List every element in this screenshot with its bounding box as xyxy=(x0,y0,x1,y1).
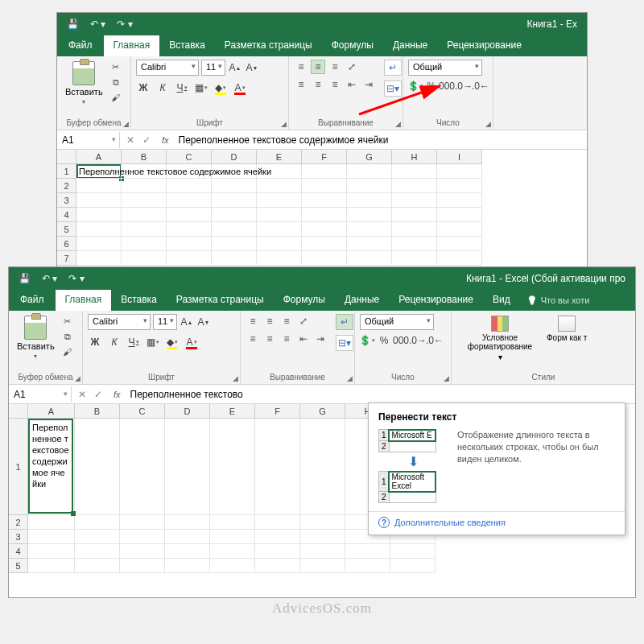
number-format-combo[interactable]: Общий xyxy=(360,314,434,330)
row-header[interactable]: 5 xyxy=(57,222,76,237)
row-header[interactable]: 5 xyxy=(9,559,28,573)
row-header[interactable]: 2 xyxy=(57,179,76,193)
cell[interactable] xyxy=(437,251,482,266)
font-color-icon[interactable]: A xyxy=(184,335,199,349)
cell[interactable] xyxy=(302,222,347,237)
cell[interactable] xyxy=(300,544,345,559)
cell[interactable] xyxy=(122,193,167,208)
copy-icon[interactable]: ⧉ xyxy=(61,331,74,342)
cell[interactable] xyxy=(347,164,392,179)
cell[interactable] xyxy=(76,237,122,251)
cell[interactable] xyxy=(347,251,392,266)
cell[interactable] xyxy=(257,251,302,266)
col-header[interactable]: F xyxy=(302,150,347,164)
cell[interactable] xyxy=(257,193,302,208)
grow-font-icon[interactable]: A▲ xyxy=(228,60,242,75)
spreadsheet-grid[interactable]: A B C D E F G H I Переполненное текстово… xyxy=(57,150,587,270)
dialog-launcher-icon[interactable]: ◢ xyxy=(75,374,80,382)
conditional-formatting-button[interactable]: Условное форматирование▾ xyxy=(461,316,539,361)
cell[interactable] xyxy=(210,544,255,559)
cell[interactable] xyxy=(210,559,255,573)
align-center-icon[interactable]: ≡ xyxy=(262,332,277,346)
underline-button[interactable]: Ч xyxy=(126,335,141,349)
save-icon[interactable]: 💾 xyxy=(67,19,79,30)
select-all-corner[interactable] xyxy=(57,150,76,164)
cell[interactable] xyxy=(392,164,437,179)
col-header[interactable]: E xyxy=(257,150,302,164)
italic-button[interactable]: К xyxy=(155,80,170,95)
col-header[interactable]: B xyxy=(75,404,120,419)
cell[interactable] xyxy=(212,222,257,237)
cell[interactable] xyxy=(392,208,437,222)
cell[interactable] xyxy=(300,559,345,573)
align-left-icon[interactable]: ≡ xyxy=(294,77,308,92)
align-center-icon[interactable]: ≡ xyxy=(311,77,325,92)
dialog-launcher-icon[interactable]: ◢ xyxy=(444,374,449,382)
orientation-icon[interactable]: ⤢ xyxy=(345,60,359,74)
bold-button[interactable]: Ж xyxy=(88,335,102,349)
italic-button[interactable]: К xyxy=(107,335,122,349)
row-header[interactable]: 2 xyxy=(9,515,28,530)
cell[interactable] xyxy=(392,179,437,193)
row-header[interactable]: 1 xyxy=(57,164,76,179)
cell[interactable] xyxy=(437,164,482,179)
wrap-text-button[interactable]: ↵ xyxy=(384,60,402,76)
indent-inc-icon[interactable]: ⇥ xyxy=(313,332,328,346)
tab-insert[interactable]: Вставка xyxy=(159,35,215,56)
cell[interactable] xyxy=(75,515,120,530)
cell[interactable] xyxy=(302,193,347,208)
cell[interactable] xyxy=(437,237,482,251)
cell[interactable] xyxy=(28,530,75,544)
cell[interactable] xyxy=(255,515,300,530)
col-header[interactable]: A xyxy=(76,150,122,164)
cell[interactable] xyxy=(210,419,255,515)
fill-color-icon[interactable]: ◆ xyxy=(213,80,228,95)
cell[interactable] xyxy=(120,515,165,530)
cell[interactable] xyxy=(347,237,392,251)
underline-button[interactable]: Ч xyxy=(175,80,189,95)
row-header[interactable]: 4 xyxy=(57,208,76,222)
col-header[interactable]: D xyxy=(212,150,257,164)
cell[interactable] xyxy=(76,251,122,266)
dialog-launcher-icon[interactable]: ◢ xyxy=(123,120,129,128)
cell[interactable] xyxy=(122,237,167,251)
align-right-icon[interactable]: ≡ xyxy=(328,77,342,92)
name-box[interactable]: A1 xyxy=(57,132,120,148)
cell[interactable] xyxy=(257,222,302,237)
grow-font-icon[interactable]: A▲ xyxy=(180,315,194,329)
format-painter-icon[interactable]: 🖌 xyxy=(109,92,122,103)
cell[interactable] xyxy=(255,530,300,544)
undo-icon[interactable]: ↶ ▾ xyxy=(42,273,57,284)
undo-icon[interactable]: ↶ ▾ xyxy=(90,19,105,30)
tab-review[interactable]: Рецензирование xyxy=(437,35,531,56)
col-header[interactable]: C xyxy=(120,404,165,419)
cell[interactable] xyxy=(437,179,482,193)
indent-dec-icon[interactable]: ⇤ xyxy=(296,332,311,346)
cell[interactable] xyxy=(392,222,437,237)
tab-home[interactable]: Главная xyxy=(56,290,112,311)
cell[interactable] xyxy=(347,193,392,208)
tell-me-search[interactable]: Что вы хоти xyxy=(520,290,597,311)
tab-file[interactable]: Файл xyxy=(57,35,104,56)
cell[interactable] xyxy=(255,544,300,559)
cell[interactable] xyxy=(212,193,257,208)
cell[interactable] xyxy=(347,179,392,193)
cell[interactable] xyxy=(302,179,347,193)
cell[interactable] xyxy=(437,193,482,208)
cell[interactable] xyxy=(392,237,437,251)
tab-home[interactable]: Главная xyxy=(104,35,160,56)
cell[interactable] xyxy=(210,530,255,544)
cell[interactable] xyxy=(76,193,122,208)
cell-a1-wrapped[interactable]: Переполненное текстовое содержимое ячейк… xyxy=(28,419,73,514)
tab-layout[interactable]: Разметка страницы xyxy=(215,35,322,56)
shrink-font-icon[interactable]: A▼ xyxy=(245,60,259,75)
font-name-combo[interactable]: Calibri xyxy=(88,314,151,330)
percent-icon[interactable]: % xyxy=(377,333,391,348)
font-size-combo[interactable]: 11 xyxy=(153,314,177,330)
cell[interactable] xyxy=(255,559,300,573)
cell[interactable] xyxy=(120,419,165,515)
dialog-launcher-icon[interactable]: ◢ xyxy=(347,374,353,382)
cell[interactable] xyxy=(212,208,257,222)
cell[interactable] xyxy=(302,164,347,179)
number-format-combo[interactable]: Общий xyxy=(408,60,482,76)
